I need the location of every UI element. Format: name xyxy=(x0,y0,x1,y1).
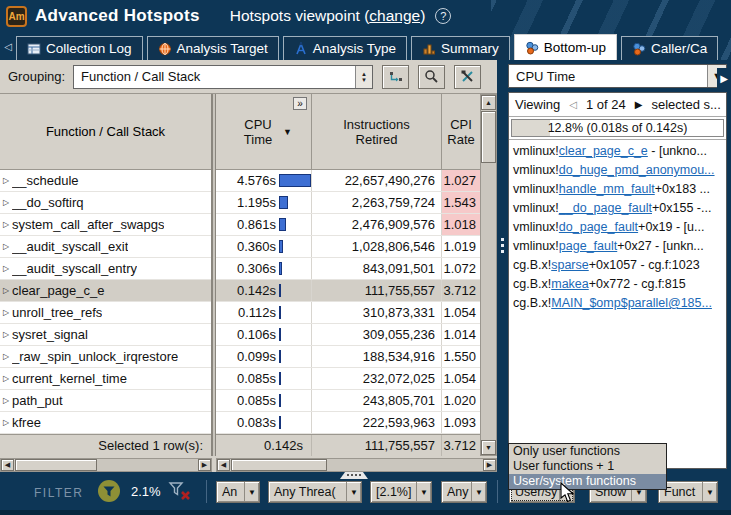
process-filter-dropdown[interactable]: An▼ xyxy=(216,481,260,503)
frame-link[interactable]: __do_page_fault xyxy=(559,201,652,215)
stack-frame[interactable]: vmlinux!clear_page_c_e - [unkno... xyxy=(509,142,726,161)
stack-frame[interactable]: vmlinux!do_page_fault+0x19 - [u... xyxy=(509,218,726,237)
column-header-function[interactable]: Function / Call Stack xyxy=(0,94,211,170)
table-row[interactable]: ▷__audit_syscall_exit xyxy=(0,236,211,258)
column-header-instructions[interactable]: Instructions Retired xyxy=(312,94,442,169)
table-row-selected[interactable]: ▷clear_page_c_e xyxy=(0,280,211,302)
frame-link[interactable]: do_page_fault xyxy=(559,220,638,234)
expand-column-icon[interactable]: » xyxy=(293,97,307,110)
scroll-left-icon[interactable]: ◀ xyxy=(217,459,230,471)
expand-row-icon[interactable]: ▷ xyxy=(0,390,12,411)
frame-link[interactable]: handle_mm_fault xyxy=(559,182,655,196)
table-row[interactable]: ▷__do_softirq xyxy=(0,192,211,214)
popup-item[interactable]: Only user functions xyxy=(509,444,666,459)
table-row-selected[interactable]: 0.142s111,755,5573.712 xyxy=(216,280,480,302)
tab-scroll-left-icon[interactable]: ◁ xyxy=(0,41,16,52)
stack-frame[interactable]: vmlinux!page_fault+0x27 - [unkn... xyxy=(509,237,726,256)
scrollbar-thumb[interactable] xyxy=(231,459,327,471)
filterbar-grip-icon[interactable] xyxy=(340,472,368,479)
scroll-right-icon[interactable]: ▶ xyxy=(198,459,211,471)
tab-bottom-up[interactable]: Bottom-up xyxy=(514,34,617,60)
stack-metric-combobox[interactable]: CPU Time ▼ xyxy=(508,64,727,88)
call-stack-mode-button[interactable] xyxy=(382,65,409,89)
panel-splitter-grip-icon[interactable] xyxy=(501,238,504,241)
frame-link[interactable]: makea xyxy=(551,277,589,291)
table-row[interactable]: 0.085s243,805,7011.020 xyxy=(216,390,480,412)
stack-frame[interactable]: vmlinux!handle_mm_fault+0x183 ... xyxy=(509,180,726,199)
expand-row-icon[interactable]: ▷ xyxy=(0,258,12,279)
table-row[interactable]: ▷unroll_tree_refs xyxy=(0,302,211,324)
table-row[interactable]: 0.861s2,476,909,5761.018 xyxy=(216,214,480,236)
tab-summary[interactable]: Summary xyxy=(411,36,510,60)
table-row[interactable]: ▷current_kernel_time xyxy=(0,368,211,390)
table-row[interactable]: 0.085s232,072,0251.054 xyxy=(216,368,480,390)
table-row[interactable]: ▷system_call_after_swapgs xyxy=(0,214,211,236)
scroll-left-icon[interactable]: ◀ xyxy=(1,459,14,471)
table-row[interactable]: 0.106s309,055,2361.014 xyxy=(216,324,480,346)
scrollbar-thumb[interactable] xyxy=(481,111,496,163)
loop-mode-dropdown[interactable]: Funct▼ xyxy=(658,481,718,503)
expand-row-icon[interactable]: ▷ xyxy=(0,302,12,323)
vertical-scrollbar[interactable]: ▲ ▼ xyxy=(480,94,497,456)
frame-link[interactable]: page_fault xyxy=(559,239,617,253)
table-row[interactable]: 0.306s843,091,5011.072 xyxy=(216,258,480,280)
popup-item[interactable]: User functions + 1 xyxy=(509,459,666,474)
scrollbar-thumb[interactable] xyxy=(15,459,97,471)
frame-link[interactable]: MAIN_$omp$parallel@185... xyxy=(551,296,712,310)
panel-splitter[interactable] xyxy=(497,60,508,472)
table-row[interactable]: 0.112s310,873,3311.054 xyxy=(216,302,480,324)
expand-row-icon[interactable]: ▷ xyxy=(0,346,12,367)
tab-analysis-target[interactable]: Analysis Target xyxy=(147,36,279,60)
table-row[interactable]: ▷__audit_syscall_entry xyxy=(0,258,211,280)
next-stack-icon[interactable]: ▶ xyxy=(635,99,643,110)
customize-button[interactable] xyxy=(454,65,481,89)
table-row[interactable]: 1.195s2,263,759,7241.543 xyxy=(216,192,480,214)
change-viewpoint-link[interactable]: change xyxy=(369,7,420,24)
clear-filter-button[interactable] xyxy=(168,481,192,505)
horizontal-scrollbar-function-pane[interactable]: ◀ ▶ xyxy=(0,458,212,472)
utilization-filter-dropdown[interactable]: Any▼ xyxy=(441,481,487,503)
expand-row-icon[interactable]: ▷ xyxy=(0,280,12,301)
scroll-up-icon[interactable]: ▲ xyxy=(481,95,496,110)
expand-row-icon[interactable]: ▷ xyxy=(0,236,12,257)
combo-spinner-icon[interactable]: ▲▼ xyxy=(355,66,372,88)
stack-frame[interactable]: vmlinux!do_huge_pmd_anonymou... xyxy=(509,161,726,180)
tab-analysis-type[interactable]: Analysis Type xyxy=(283,36,407,60)
table-row[interactable]: 4.576s22,657,490,2761.027 xyxy=(216,170,480,192)
table-row[interactable]: ▷sysret_signal xyxy=(0,324,211,346)
table-row[interactable]: ▷__schedule xyxy=(0,170,211,192)
grouping-combobox[interactable]: Function / Call Stack ▲▼ xyxy=(73,65,373,89)
frame-link[interactable]: do_huge_pmd_anonymou... xyxy=(559,163,715,177)
tab-caller-callee[interactable]: Caller/Ca xyxy=(621,36,718,60)
table-row[interactable]: ▷_raw_spin_unlock_irqrestore xyxy=(0,346,211,368)
tab-collection-log[interactable]: Collection Log xyxy=(16,36,143,60)
stack-frame[interactable]: cg.B.x!makea+0x772 - cg.f:815 xyxy=(509,275,726,294)
expand-row-icon[interactable]: ▷ xyxy=(0,214,12,235)
column-header-cpi[interactable]: CPI Rate xyxy=(442,94,480,169)
horizontal-scrollbar-data-pane[interactable]: ◀ ▶ xyxy=(216,458,497,472)
table-row[interactable]: ▷kfree xyxy=(0,412,211,434)
search-button[interactable] xyxy=(418,65,445,89)
expand-row-icon[interactable]: ▷ xyxy=(0,412,12,433)
module-filter-dropdown[interactable]: [2.1%]▼ xyxy=(370,481,432,503)
scroll-right-icon[interactable]: ▶ xyxy=(483,459,496,471)
stack-frame[interactable]: cg.B.x!MAIN_$omp$parallel@185... xyxy=(509,294,726,313)
popup-item-selected[interactable]: User/system functions xyxy=(509,474,666,489)
scroll-down-icon[interactable]: ▼ xyxy=(481,440,496,455)
previous-stack-icon[interactable]: ◁ xyxy=(569,99,577,110)
frame-link[interactable]: sparse xyxy=(551,258,589,272)
expand-row-icon[interactable]: ▷ xyxy=(0,192,12,213)
frame-link[interactable]: clear_page_c_e xyxy=(559,144,648,158)
stack-frame[interactable]: vmlinux!__do_page_fault+0x155 -... xyxy=(509,199,726,218)
column-header-cpu-time[interactable]: » CPU Time ▼ xyxy=(216,94,312,169)
table-row[interactable]: 0.099s188,534,9161.550 xyxy=(216,346,480,368)
table-row[interactable]: 0.360s1,028,806,5461.019 xyxy=(216,236,480,258)
expand-row-icon[interactable]: ▷ xyxy=(0,368,12,389)
thread-filter-dropdown[interactable]: Any Threa(▼ xyxy=(268,481,362,503)
tab-scroll-right-icon[interactable]: ▶ xyxy=(717,68,731,90)
expand-row-icon[interactable]: ▷ xyxy=(0,170,12,191)
table-row[interactable]: ▷path_put xyxy=(0,390,211,412)
help-icon[interactable]: ? xyxy=(435,8,451,24)
table-row[interactable]: 0.083s222,593,9631.093 xyxy=(216,412,480,434)
stack-frame[interactable]: cg.B.x!sparse+0x1057 - cg.f:1023 xyxy=(509,256,726,275)
